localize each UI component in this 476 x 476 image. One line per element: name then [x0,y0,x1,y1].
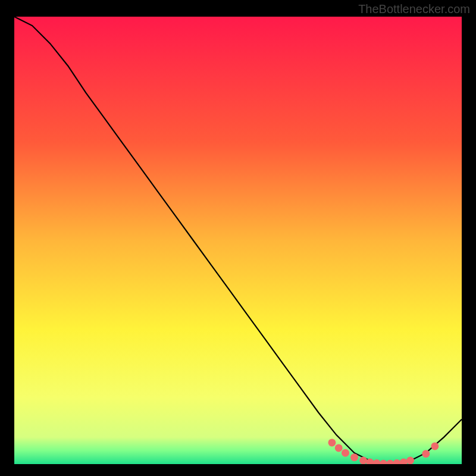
marker-dot [406,456,414,464]
plot-area [14,17,462,464]
gradient-background [14,17,462,464]
marker-dot [350,453,358,461]
marker-dot [359,456,367,464]
marker-dot [335,444,343,452]
attribution-text: TheBottlenecker.com [358,2,470,16]
chart-container: TheBottlenecker.com [0,0,476,476]
marker-dot [342,449,349,457]
marker-dot [422,450,430,458]
marker-dot [328,439,336,446]
chart-svg [14,17,462,464]
marker-dot [431,442,439,450]
